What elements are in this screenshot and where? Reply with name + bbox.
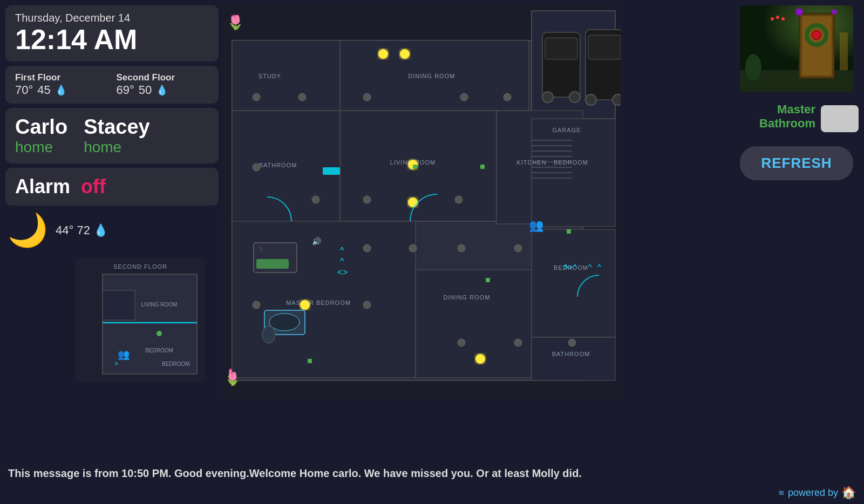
master-bath-label: MasterBathroom xyxy=(759,103,815,131)
svg-rect-133 xyxy=(840,32,848,70)
date-display: Thursday, December 14 xyxy=(15,12,209,24)
svg-text:S: S xyxy=(259,246,263,252)
floorplan-svg: 🌷 🌷 xyxy=(221,5,621,399)
svg-point-65 xyxy=(253,93,260,101)
svg-text:BATHROOM: BATHROOM xyxy=(552,351,590,357)
svg-text:^: ^ xyxy=(588,263,592,271)
svg-point-131 xyxy=(781,17,785,21)
svg-point-66 xyxy=(298,93,306,101)
svg-point-60 xyxy=(400,49,410,59)
svg-point-81 xyxy=(514,339,522,346)
second-floor-values: 69° 50 💧 xyxy=(117,83,209,97)
outside-humidity-icon: 💧 xyxy=(93,223,108,237)
first-floor-humidity: 45 xyxy=(37,83,50,97)
second-floor-label: Second Floor xyxy=(117,72,209,83)
svg-point-82 xyxy=(568,339,576,346)
alarm-label: Alarm xyxy=(15,175,70,198)
master-bath-control[interactable]: MasterBathroom xyxy=(740,103,859,135)
moon-icon: 🌙 xyxy=(8,214,48,247)
powered-by: ≋ powered by 🏠 xyxy=(778,486,856,500)
svg-point-76 xyxy=(458,244,465,252)
svg-text:<: < xyxy=(337,268,342,277)
outside-humidity: 72 xyxy=(77,223,90,237)
powered-by-text: powered by xyxy=(788,487,838,499)
svg-rect-83 xyxy=(413,165,417,169)
svg-rect-115 xyxy=(256,259,289,269)
svg-point-58 xyxy=(613,94,621,105)
second-floor-temp: 69° xyxy=(117,83,134,97)
svg-point-71 xyxy=(312,196,319,203)
svg-point-74 xyxy=(363,244,371,252)
svg-text:🌷: 🌷 xyxy=(224,371,241,386)
svg-point-53 xyxy=(542,92,553,103)
refresh-label: REFRESH xyxy=(761,155,832,171)
svg-text:BEDROOM: BEDROOM xyxy=(145,348,173,353)
svg-text:DINING ROOM: DINING ROOM xyxy=(409,73,455,79)
time-display: 12:14 AM xyxy=(15,24,209,55)
svg-rect-25 xyxy=(416,270,532,378)
svg-rect-52 xyxy=(545,38,577,59)
svg-rect-20 xyxy=(340,111,496,221)
stacey-status: home xyxy=(84,139,150,156)
svg-text:^: ^ xyxy=(340,246,344,255)
svg-text:^: ^ xyxy=(573,263,577,271)
svg-rect-87 xyxy=(308,359,312,363)
svg-point-130 xyxy=(776,16,779,19)
camera-feed xyxy=(740,5,853,92)
alarm-box[interactable]: Alarm off xyxy=(5,168,219,206)
svg-text:STUDY: STUDY xyxy=(258,73,281,79)
svg-rect-84 xyxy=(480,165,485,169)
left-panel: Thursday, December 14 12:14 AM First Flo… xyxy=(5,5,219,251)
svg-point-126 xyxy=(812,31,821,39)
house-icon: 🏠 xyxy=(841,486,856,500)
svg-rect-18 xyxy=(232,40,340,111)
svg-point-67 xyxy=(363,93,371,101)
svg-text:>: > xyxy=(114,360,118,367)
svg-point-59 xyxy=(378,49,388,59)
svg-text:LIVING ROOM: LIVING ROOM xyxy=(141,302,178,308)
svg-text:^: ^ xyxy=(597,263,601,271)
svg-text:>: > xyxy=(343,268,348,277)
svg-point-132 xyxy=(745,54,761,81)
svg-point-128 xyxy=(832,9,837,15)
second-floor-minimap: SECOND FLOOR LIVING ROOM BEDROOM 👥 > BED… xyxy=(76,258,205,387)
first-floor-label: First Floor xyxy=(15,72,108,83)
svg-point-111 xyxy=(269,314,300,331)
svg-point-70 xyxy=(253,164,260,171)
datetime-box: Thursday, December 14 12:14 AM xyxy=(5,5,219,62)
carlo-name: Carlo xyxy=(15,115,67,139)
second-floor-stats: Second Floor 69° 50 💧 xyxy=(117,72,209,97)
svg-point-79 xyxy=(363,301,371,309)
refresh-button[interactable]: REFRESH xyxy=(740,146,853,180)
svg-point-8 xyxy=(157,331,162,336)
weather-temp: 44° 72 💧 xyxy=(56,223,108,237)
bottom-message: This message is from 10:50 PM. Good even… xyxy=(0,467,864,480)
svg-rect-119 xyxy=(323,167,340,175)
message-text: This message is from 10:50 PM. Good even… xyxy=(8,467,582,479)
svg-rect-26 xyxy=(532,229,615,337)
svg-rect-86 xyxy=(486,278,490,282)
svg-text:🔊: 🔊 xyxy=(312,237,322,246)
svg-point-63 xyxy=(300,300,310,310)
person-stacey: Stacey home xyxy=(84,115,150,156)
svg-text:GARAGE: GARAGE xyxy=(552,127,581,133)
floorplan-area: 🌷 🌷 xyxy=(221,5,621,399)
svg-point-80 xyxy=(458,339,465,346)
svg-text:>>: >> xyxy=(564,263,573,271)
svg-point-127 xyxy=(796,9,802,15)
first-floor-temp: 70° xyxy=(15,83,33,97)
svg-point-73 xyxy=(455,196,462,203)
svg-point-77 xyxy=(514,244,522,252)
person-carlo: Carlo home xyxy=(15,115,67,156)
master-bath-button[interactable] xyxy=(821,105,859,132)
svg-point-57 xyxy=(586,94,596,105)
svg-point-72 xyxy=(363,196,371,203)
svg-text:🌷: 🌷 xyxy=(227,13,244,31)
svg-rect-56 xyxy=(588,35,621,59)
first-floor-stats: First Floor 70° 45 💧 xyxy=(15,72,108,97)
svg-text:👥: 👥 xyxy=(529,218,544,233)
weather-mini: 🌙 44° 72 💧 xyxy=(5,210,219,251)
svg-point-68 xyxy=(460,93,468,101)
svg-point-69 xyxy=(504,93,511,101)
second-floor-humidity: 50 xyxy=(139,83,152,97)
